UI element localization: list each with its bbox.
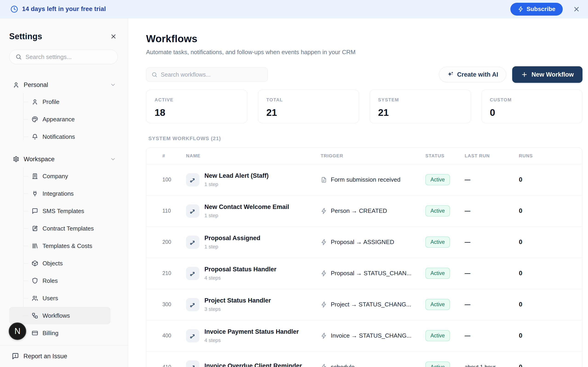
header-last-run: LAST RUN — [465, 153, 519, 158]
sidebar-item-label: Templates & Costs — [43, 242, 92, 250]
stat-card-system: SYSTEM 21 — [370, 90, 471, 123]
flow-arrow-icon — [186, 360, 199, 367]
zap-icon — [321, 270, 327, 277]
runs-value: 0 — [519, 270, 582, 277]
table-row[interactable]: 400 Invoice Payment Status Handler 4 ste… — [146, 320, 582, 351]
workflow-name-block: Project Status Handler 3 steps — [204, 297, 271, 312]
workflow-name-cell: Invoice Payment Status Handler 4 steps — [186, 328, 321, 343]
stat-label: ACTIVE — [155, 97, 239, 102]
chevron-down-icon — [110, 156, 116, 162]
sidebar-item-appearance[interactable]: Appearance — [9, 110, 118, 128]
settings-search-input[interactable] — [26, 53, 112, 60]
plus-icon — [521, 71, 528, 78]
subscribe-button[interactable]: Subscribe — [510, 3, 563, 16]
sidebar-item-objects[interactable]: Objects — [9, 255, 118, 272]
stat-value: 21 — [267, 107, 351, 118]
trial-banner-right: Subscribe — [510, 3, 582, 16]
stat-value: 21 — [378, 107, 462, 118]
last-run-value: — — [465, 332, 519, 339]
settings-search[interactable] — [9, 50, 118, 64]
table-row[interactable]: 200 Proposal Assigned 1 step Proposal → … — [146, 227, 582, 258]
table-row[interactable]: 410 Invoice Overdue Client Reminder sche… — [146, 351, 582, 367]
sidebar-item-contract-templates[interactable]: Contract Templates — [9, 220, 118, 237]
sidebar-section-personal[interactable]: Personal — [9, 77, 118, 93]
cube-icon — [32, 260, 38, 267]
sidebar-item-users[interactable]: Users — [9, 290, 118, 307]
new-workflow-button[interactable]: New Workflow — [512, 66, 582, 83]
flow-arrow-icon — [186, 173, 199, 186]
workflow-steps: 4 steps — [204, 337, 299, 343]
workflow-steps: 1 step — [204, 244, 260, 250]
banner-close-button[interactable] — [571, 4, 582, 14]
status-cell: Active — [425, 174, 465, 185]
report-issue-button[interactable]: Report an Issue — [0, 345, 128, 367]
status-cell: Active — [425, 205, 465, 217]
sidebar-item-profile[interactable]: Profile — [9, 93, 118, 110]
sidebar-section-label: Workspace — [24, 156, 106, 163]
table-row[interactable]: 300 Project Status Handler 3 steps Proje… — [146, 289, 582, 320]
sidebar-item-sms-templates[interactable]: SMS Templates — [9, 202, 118, 220]
bell-icon — [32, 133, 38, 140]
status-cell: Active — [425, 268, 465, 279]
workflow-name-block: New Contact Welcome Email 1 step — [204, 203, 289, 219]
workflow-name: Invoice Overdue Client Reminder — [204, 362, 302, 367]
table-row[interactable]: 100 New Lead Alert (Staff) 1 step Form s… — [146, 164, 582, 195]
zap-icon — [321, 333, 327, 339]
sidebar-item-roles[interactable]: Roles — [9, 272, 118, 290]
zap-icon — [321, 301, 327, 308]
shield-icon — [32, 277, 38, 284]
sidebar-item-label: Roles — [43, 277, 58, 284]
workflows-search[interactable] — [146, 67, 268, 82]
table-row[interactable]: 210 Proposal Status Handler 4 steps Prop… — [146, 258, 582, 289]
file-pen-icon — [32, 225, 38, 232]
workflow-number: 410 — [146, 364, 186, 367]
sidebar-header: Settings — [9, 32, 118, 41]
avatar[interactable]: N — [9, 323, 26, 340]
zap-icon — [321, 364, 327, 367]
sidebar-item-label: Notifications — [43, 133, 75, 140]
workflow-name: Project Status Handler — [204, 297, 271, 304]
status-badge: Active — [425, 205, 450, 217]
stat-card-active: ACTIVE 18 — [146, 90, 247, 123]
status-badge: Active — [425, 361, 450, 367]
sidebar-item-label: Billing — [43, 330, 58, 337]
status-cell: Active — [425, 330, 465, 341]
sidebar-item-label: SMS Templates — [43, 208, 84, 215]
runs-value: 0 — [519, 332, 582, 339]
create-with-ai-label: Create with AI — [457, 71, 498, 78]
workflow-icon — [32, 312, 38, 319]
message-square-icon — [32, 208, 38, 215]
sidebar-title: Settings — [9, 32, 42, 41]
palette-icon — [32, 116, 38, 123]
credit-card-icon — [32, 330, 38, 336]
sidebar-item-label: Appearance — [43, 116, 75, 123]
trigger-cell: Proposal → ASSIGNED — [321, 239, 425, 246]
subscribe-label: Subscribe — [527, 6, 555, 13]
zap-icon — [321, 208, 327, 214]
last-run-value: about 1 hour — [465, 364, 519, 367]
zap-icon — [518, 6, 524, 12]
trigger-text: Project → STATUS_CHANG... — [331, 301, 411, 308]
settings-sidebar: Settings Personal — [0, 18, 128, 367]
create-with-ai-button[interactable]: Create with AI — [439, 67, 506, 82]
sidebar-item-templates-costs[interactable]: Templates & Costs — [9, 237, 118, 255]
workflows-toolbar: Create with AI New Workflow — [146, 66, 582, 83]
workflow-name-cell: Invoice Overdue Client Reminder — [186, 360, 321, 367]
sidebar-item-workflows[interactable]: Workflows — [9, 307, 111, 324]
flow-arrow-icon — [186, 329, 199, 342]
sidebar-section-workspace[interactable]: Workspace — [9, 151, 118, 167]
sidebar-item-integrations[interactable]: Integrations — [9, 185, 118, 202]
trial-banner: 14 days left in your free trial Subscrib… — [0, 0, 588, 18]
sidebar-item-company[interactable]: Company — [9, 167, 118, 185]
last-run-value: — — [465, 239, 519, 245]
plug-icon — [32, 190, 38, 197]
sidebar-close-button[interactable] — [109, 32, 118, 41]
workflows-search-input[interactable] — [161, 71, 262, 78]
sidebar-item-notifications[interactable]: Notifications — [9, 128, 118, 145]
trigger-cell: schedule — [321, 364, 425, 367]
workflow-number: 200 — [146, 239, 186, 245]
table-row[interactable]: 110 New Contact Welcome Email 1 step Per… — [146, 195, 582, 227]
runs-value: 0 — [519, 239, 582, 246]
trigger-text: Proposal → ASSIGNED — [331, 239, 394, 246]
page-title: Workflows — [146, 33, 582, 44]
